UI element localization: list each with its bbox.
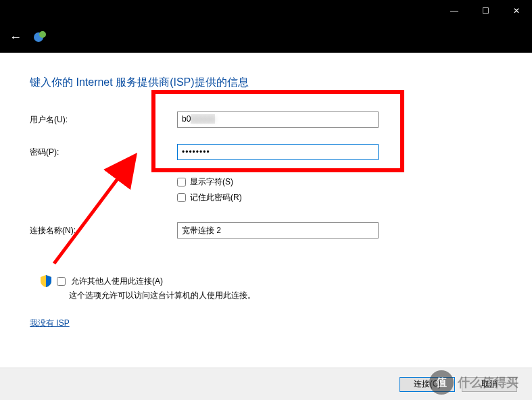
show-chars-label: 显示字符(S) <box>190 176 233 188</box>
connect-button[interactable]: 连接(C) <box>400 377 455 392</box>
remember-row: 记住此密码(R) <box>177 192 502 203</box>
show-chars-row: 显示字符(S) <box>177 176 502 188</box>
back-arrow-icon[interactable]: ← <box>9 30 22 45</box>
footer: 连接(C) 取消 <box>0 368 532 400</box>
shield-icon <box>41 275 51 287</box>
allow-others-desc: 这个选项允许可以访问这台计算机的人使用此连接。 <box>69 290 502 301</box>
username-input[interactable] <box>177 111 379 128</box>
connection-name-label: 连接名称(N): <box>30 225 177 236</box>
show-chars-checkbox[interactable] <box>177 178 186 186</box>
no-isp-link[interactable]: 我没有 ISP <box>30 318 70 329</box>
minimize-button[interactable]: — <box>439 0 470 22</box>
network-globe-icon <box>34 31 46 43</box>
allow-others-label: 允许其他人使用此连接(A) <box>71 276 163 287</box>
remember-checkbox[interactable] <box>177 193 186 202</box>
username-label: 用户名(U): <box>30 114 177 126</box>
password-row: 密码(P): <box>30 144 502 160</box>
page-title: 键入你的 Internet 服务提供商(ISP)提供的信息 <box>30 76 502 90</box>
cancel-button[interactable]: 取消 <box>462 377 517 392</box>
connection-name-input[interactable] <box>177 222 379 239</box>
connection-name-row: 连接名称(N): <box>30 222 502 239</box>
allow-others-checkbox[interactable] <box>57 277 66 286</box>
password-label: 密码(P): <box>30 147 177 158</box>
allow-block: 允许其他人使用此连接(A) 这个选项允许可以访问这台计算机的人使用此连接。 <box>41 275 502 301</box>
password-input[interactable] <box>177 144 379 160</box>
titlebar: — ☐ ✕ <box>0 0 532 22</box>
maximize-button[interactable]: ☐ <box>470 0 501 22</box>
content-area: 键入你的 Internet 服务提供商(ISP)提供的信息 用户名(U): b0… <box>0 53 532 329</box>
username-row: 用户名(U): b0xxxxxx <box>30 111 502 128</box>
navbar: ← <box>0 22 532 53</box>
remember-label: 记住此密码(R) <box>190 192 242 203</box>
close-button[interactable]: ✕ <box>501 0 532 22</box>
